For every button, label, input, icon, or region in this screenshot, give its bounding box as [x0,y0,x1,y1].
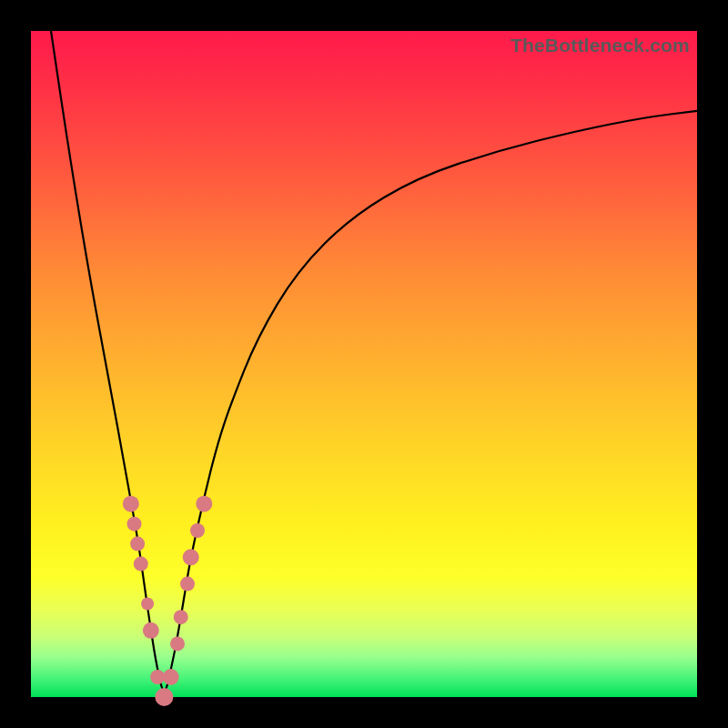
marker-dot [183,549,199,565]
chart-frame: TheBottleneck.com [0,0,728,728]
highlight-markers [123,496,213,706]
marker-dot [143,622,159,639]
marker-dot [134,557,148,571]
marker-dot [180,577,195,592]
marker-dot [123,496,139,512]
marker-dot [196,496,212,512]
marker-dot [170,636,185,651]
marker-dot [127,517,142,531]
bottleneck-curve [51,31,697,691]
marker-dot [174,610,188,624]
marker-dot [163,669,179,685]
marker-dot [130,537,145,551]
plot-area: TheBottleneck.com [31,31,697,697]
marker-dot [190,523,205,538]
curve-layer [31,31,697,697]
marker-dot [141,598,154,611]
marker-dot [155,688,173,706]
